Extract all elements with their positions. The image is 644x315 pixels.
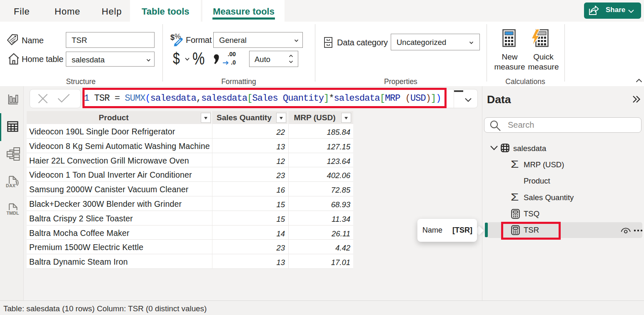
svg-text:TMDL: TMDL	[7, 211, 19, 216]
svg-text:DAX: DAX	[6, 183, 15, 188]
